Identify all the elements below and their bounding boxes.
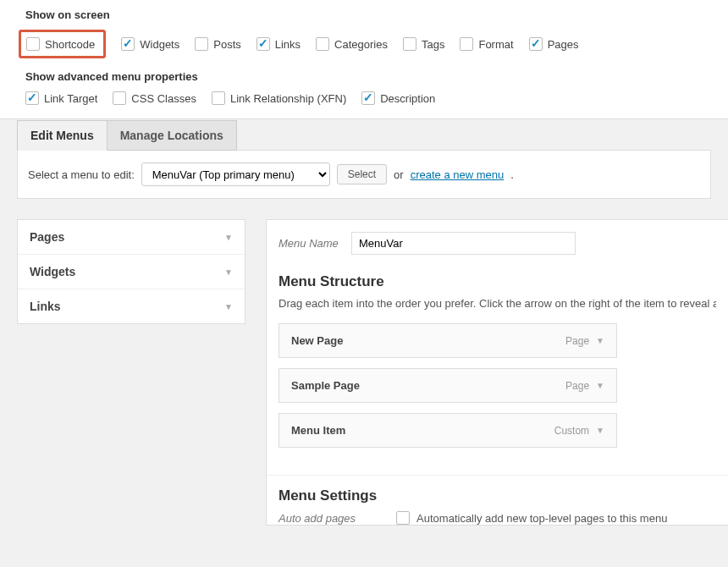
accordion-item-widgets: Widgets▼ [18, 255, 245, 289]
show-item-links: Links [256, 30, 301, 58]
show-label-format[interactable]: Format [478, 38, 513, 51]
show-label-categories[interactable]: Categories [334, 38, 388, 51]
menu-select-bar: Select a menu to edit: MenuVar (Top prim… [17, 150, 711, 199]
adv-label-link-rel[interactable]: Link Relationship (XFN) [230, 92, 346, 105]
sidebar: Pages▼Widgets▼Links▼ [17, 219, 245, 526]
accordion-label: Pages [30, 230, 64, 244]
select-prefix: Select a menu to edit: [28, 168, 135, 181]
tabs: Edit MenusManage Locations [0, 120, 728, 151]
auto-add-option: Automatically add new top-level pages to… [416, 512, 667, 525]
show-item-tags: Tags [403, 30, 444, 58]
accordion-header-pages[interactable]: Pages▼ [18, 220, 245, 254]
menu-item-type: Page▼ [565, 335, 604, 347]
menu-items-list: New PagePage▼Sample PagePage▼Menu ItemCu… [279, 323, 716, 448]
menu-item-type-label: Custom [554, 425, 589, 437]
advanced-row: Link TargetCSS ClassesLink Relationship … [25, 91, 711, 105]
accordion-header-widgets[interactable]: Widgets▼ [18, 255, 245, 289]
adv-label-description[interactable]: Description [380, 92, 435, 105]
show-item-categories: Categories [316, 30, 388, 58]
chevron-down-icon: ▼ [224, 302, 233, 311]
menu-item-type: Custom▼ [554, 425, 604, 437]
show-label-tags[interactable]: Tags [422, 38, 444, 51]
accordion-label: Links [30, 300, 61, 313]
menu-item[interactable]: Sample PagePage▼ [279, 368, 617, 403]
show-item-pages: Pages [529, 30, 579, 58]
menu-name-row: Menu Name [279, 232, 716, 255]
menu-item-type: Page▼ [565, 380, 604, 392]
accordion-label: Widgets [30, 265, 75, 278]
select-button[interactable]: Select [337, 164, 387, 184]
menu-item[interactable]: Menu ItemCustom▼ [279, 413, 617, 448]
chevron-down-icon[interactable]: ▼ [596, 336, 604, 345]
advanced-title: Show advanced menu properties [25, 70, 711, 83]
show-item-format: Format [460, 30, 513, 58]
tab-edit-menus[interactable]: Edit Menus [17, 120, 108, 151]
show-item-posts: Posts [195, 30, 241, 58]
show-label-widgets[interactable]: Widgets [140, 38, 179, 51]
show-checkbox-format[interactable] [460, 37, 473, 51]
structure-heading: Menu Structure [279, 273, 716, 290]
adv-item-css-classes: CSS Classes [113, 91, 196, 105]
adv-checkbox-description[interactable] [361, 91, 375, 105]
menu-item-type-label: Page [565, 335, 589, 347]
show-checkbox-posts[interactable] [195, 37, 208, 51]
structure-help: Drag each item into the order you prefer… [279, 297, 716, 310]
adv-label-css-classes[interactable]: CSS Classes [131, 92, 196, 105]
adv-checkbox-css-classes[interactable] [113, 91, 126, 105]
main-area: Pages▼Widgets▼Links▼ Menu Name Menu Stru… [0, 219, 728, 526]
chevron-down-icon[interactable]: ▼ [596, 381, 604, 390]
auto-add-checkbox[interactable] [396, 511, 410, 525]
show-item-shortcode: Shortcode [19, 30, 106, 58]
settings-heading: Menu Settings [279, 487, 716, 504]
screen-options-panel: Show on screen ShortcodeWidgetsPostsLink… [0, 0, 728, 119]
or-text: or [394, 168, 404, 181]
adv-item-link-rel: Link Relationship (XFN) [212, 91, 346, 105]
auto-add-label: Auto add pages [279, 512, 356, 525]
accordion-item-links: Links▼ [18, 289, 245, 323]
tab-manage-locations[interactable]: Manage Locations [108, 120, 237, 151]
adv-label-link-target[interactable]: Link Target [44, 92, 97, 105]
accordion-item-pages: Pages▼ [18, 220, 245, 255]
show-label-links[interactable]: Links [275, 38, 301, 51]
chevron-down-icon: ▼ [224, 233, 233, 242]
adv-item-link-target: Link Target [25, 91, 97, 105]
show-checkbox-links[interactable] [256, 37, 270, 51]
menu-item-name: Sample Page [291, 379, 360, 392]
menu-name-input[interactable] [351, 232, 576, 255]
show-on-screen-title: Show on screen [25, 8, 711, 21]
divider [267, 475, 728, 476]
chevron-down-icon: ▼ [224, 267, 233, 277]
accordion-header-links[interactable]: Links▼ [18, 289, 245, 323]
menu-name-label: Menu Name [279, 237, 343, 250]
auto-add-row: Auto add pages Automatically add new top… [279, 511, 716, 525]
menu-select-dropdown[interactable]: MenuVar (Top primary menu) [141, 162, 330, 186]
adv-item-description: Description [361, 91, 435, 105]
menu-item-type-label: Page [565, 380, 589, 392]
adv-checkbox-link-rel[interactable] [212, 91, 225, 105]
show-on-screen-row: ShortcodeWidgetsPostsLinksCategoriesTags… [25, 30, 711, 58]
show-checkbox-shortcode[interactable] [26, 37, 40, 51]
accordion: Pages▼Widgets▼Links▼ [17, 219, 245, 324]
menu-item[interactable]: New PagePage▼ [279, 323, 617, 358]
chevron-down-icon[interactable]: ▼ [596, 426, 604, 435]
show-item-widgets: Widgets [121, 30, 179, 58]
adv-checkbox-link-target[interactable] [25, 91, 39, 105]
show-checkbox-widgets[interactable] [121, 37, 135, 51]
create-menu-link[interactable]: create a new menu [411, 168, 505, 181]
show-label-shortcode[interactable]: Shortcode [45, 38, 95, 51]
menu-item-name: Menu Item [291, 424, 345, 437]
show-checkbox-pages[interactable] [529, 37, 543, 51]
show-checkbox-tags[interactable] [403, 37, 416, 51]
show-label-posts[interactable]: Posts [213, 38, 241, 51]
show-checkbox-categories[interactable] [316, 37, 329, 51]
menu-item-name: New Page [291, 334, 343, 347]
menu-edit-panel: Menu Name Menu Structure Drag each item … [266, 219, 728, 526]
suffix: . [510, 168, 514, 181]
show-label-pages[interactable]: Pages [548, 38, 579, 51]
